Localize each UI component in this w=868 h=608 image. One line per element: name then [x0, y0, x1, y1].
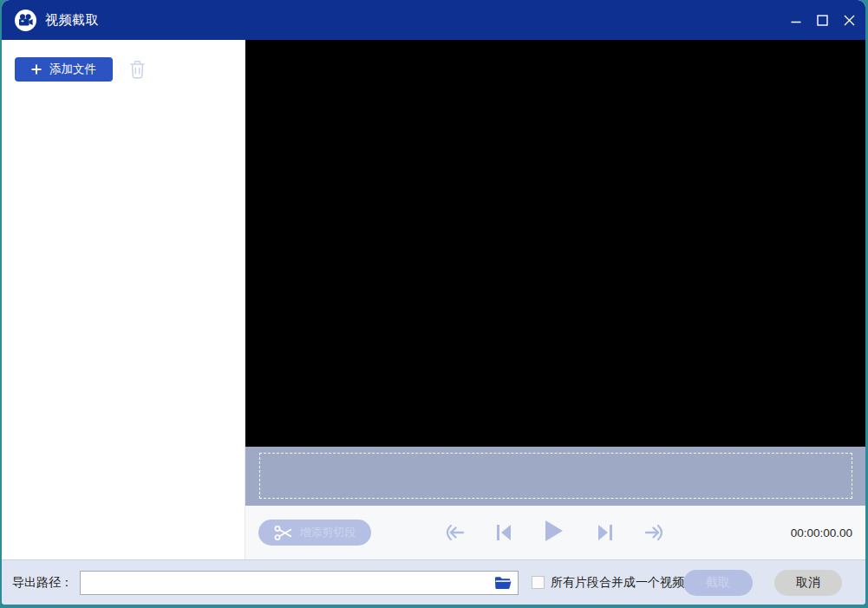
browse-folder-button[interactable] — [491, 573, 515, 592]
previous-frame-button[interactable] — [493, 522, 514, 543]
cancel-button[interactable]: 取消 — [774, 570, 842, 596]
export-bar: 导出路径： 所有片段合并成一个视频 截取 取消 — [2, 559, 865, 605]
next-frame-icon — [597, 524, 613, 541]
delete-file-button[interactable] — [128, 61, 146, 80]
plus-icon — [31, 64, 42, 75]
player-stage: 增添剪切段 — [245, 40, 865, 559]
maximize-icon — [817, 15, 828, 26]
folder-icon — [494, 576, 512, 590]
app-window: 视频截取 — [2, 0, 865, 605]
previous-frame-icon — [496, 524, 512, 541]
jump-to-end-icon — [644, 524, 665, 541]
app-logo — [15, 10, 36, 31]
title-bar: 视频截取 — [2, 0, 865, 40]
export-path-label: 导出路径： — [12, 560, 73, 605]
timeline-dropzone[interactable] — [259, 453, 852, 499]
main-area: 添加文件 — [2, 40, 865, 559]
jump-to-start-icon — [444, 524, 465, 541]
jump-to-end-button[interactable] — [644, 522, 665, 543]
merge-clips-label[interactable]: 所有片段合并成一个视频 — [551, 560, 684, 605]
timeline-strip[interactable] — [245, 447, 865, 506]
scissors-icon — [274, 525, 293, 541]
add-file-button[interactable]: 添加文件 — [15, 57, 113, 82]
minimize-button[interactable] — [782, 0, 809, 40]
add-segment-button[interactable]: 增添剪切段 — [258, 520, 371, 546]
video-preview[interactable] — [245, 40, 865, 447]
play-icon — [545, 520, 564, 542]
playback-controls: 增添剪切段 — [245, 506, 865, 559]
close-button[interactable] — [836, 0, 863, 40]
export-path-input[interactable] — [81, 572, 492, 594]
window-title: 视频截取 — [45, 12, 99, 29]
maximize-button[interactable] — [809, 0, 836, 40]
minimize-icon — [791, 15, 801, 25]
add-file-label: 添加文件 — [49, 62, 96, 77]
next-frame-button[interactable] — [595, 522, 616, 543]
current-timecode: 00:00:00.00 — [791, 506, 852, 559]
play-button[interactable] — [544, 520, 565, 541]
trash-icon — [129, 61, 146, 79]
export-path-field — [80, 571, 519, 595]
merge-clips-checkbox[interactable] — [532, 576, 545, 589]
capture-button[interactable]: 截取 — [683, 570, 753, 596]
window-controls — [782, 0, 863, 40]
file-list-panel: 添加文件 — [2, 40, 245, 559]
add-segment-label: 增添剪切段 — [300, 525, 356, 540]
close-icon — [844, 15, 855, 26]
jump-to-start-button[interactable] — [444, 522, 465, 543]
video-camera-icon — [18, 14, 33, 27]
